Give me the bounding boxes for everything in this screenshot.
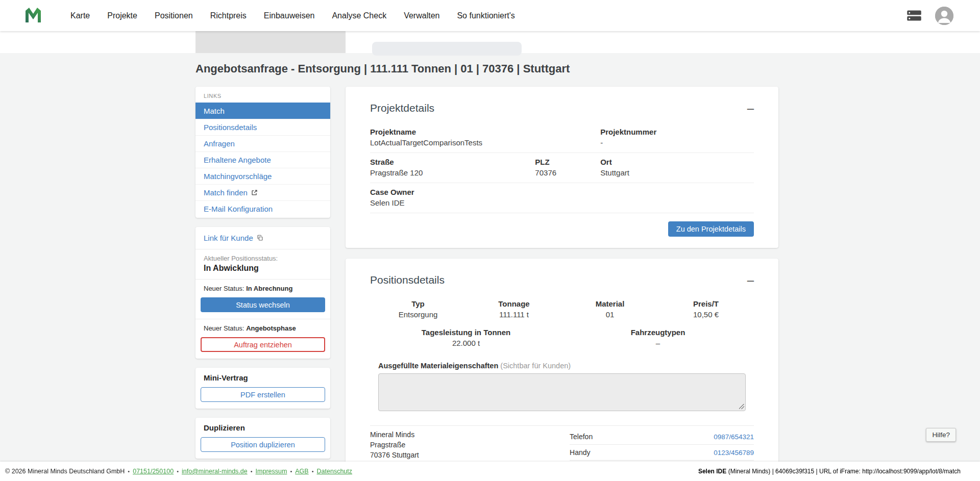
skeleton-block	[195, 31, 346, 53]
nav-positionen[interactable]: Positionen	[155, 11, 193, 20]
contact-address: Mineral Minds Pragstraße 70376 Stuttgart	[370, 431, 419, 461]
sidebar-item-email-konfiguration[interactable]: E-Mail Konfiguration	[195, 200, 330, 217]
sidebar-item-anfragen[interactable]: Anfragen	[195, 135, 330, 151]
project-details-title: Projektdetails	[370, 102, 434, 114]
copy-icon	[257, 235, 263, 241]
nav-einbauweisen[interactable]: Einbauweisen	[264, 11, 315, 20]
ort-label: Ort	[600, 158, 754, 166]
position-details-title: Positionsdetails	[370, 274, 445, 286]
main-content: Projektdetails – Projektname LotActualTa…	[346, 87, 778, 472]
typ-label: Typ	[370, 299, 466, 308]
projektnummer-label: Projektnummer	[600, 128, 754, 136]
preis-value: 10,50 €	[658, 310, 754, 319]
plz-value: 70376	[535, 168, 600, 177]
footer-email-link[interactable]: info@mineral-minds.de	[182, 468, 248, 475]
links-card: LINKS Match Positionsdetails Anfragen Er…	[195, 87, 330, 218]
case-owner-label: Case Owner	[370, 188, 535, 196]
footer-separator: •	[177, 468, 179, 474]
projektnummer-value: -	[600, 138, 754, 147]
links-heading: LINKS	[195, 87, 330, 103]
sidebar-item-match[interactable]: Match	[195, 103, 330, 119]
user-avatar[interactable]	[935, 7, 953, 25]
nav-karte[interactable]: Karte	[70, 11, 90, 20]
nav-analyse-check[interactable]: Analyse Check	[332, 11, 386, 20]
brand-logo[interactable]	[24, 7, 42, 25]
pdf-create-button[interactable]: PDF erstellen	[201, 387, 325, 402]
material-properties-label-text: Ausgefüllte Materialeigenschaften	[378, 362, 498, 370]
next-status-1-value: In Abrechnung	[246, 285, 292, 292]
contact-city: 70376 Stuttgart	[370, 451, 419, 459]
external-link-icon	[251, 189, 258, 196]
server-icon[interactable]	[906, 10, 922, 21]
footer-agb-link[interactable]: AGB	[295, 468, 308, 475]
mineral-minds-logo-icon	[24, 7, 42, 25]
footer-user-name: Selen IDE	[698, 468, 726, 475]
footer: © 2026 Mineral Minds Deutschland GmbH • …	[0, 462, 980, 481]
handy-link[interactable]: 0123/456789	[714, 449, 754, 457]
typ-value: Entsorgung	[370, 310, 466, 319]
next-status-2-value: Angebotsphase	[246, 324, 296, 332]
mini-contract-card: Mini-Vertrag PDF erstellen	[195, 368, 330, 409]
contact-phones: Telefon 0987/654321 Handy 0123/456789	[570, 431, 754, 461]
customer-link[interactable]: Link für Kunde	[195, 227, 330, 249]
next-status-2: Neuer Status: Angebotsphase	[195, 319, 330, 335]
tagesleistung-label: Tagesleistung in Tonnen	[370, 328, 562, 337]
footer-left: © 2026 Mineral Minds Deutschland GmbH • …	[5, 468, 352, 475]
sidebar-item-label: Match finden	[204, 188, 248, 197]
nav-so-funktionierts[interactable]: So funktioniert's	[457, 11, 514, 20]
page-layout: LINKS Match Positionsdetails Anfragen Er…	[195, 87, 778, 481]
sidebar-item-matchingvorschlaege[interactable]: Matchingvorschläge	[195, 168, 330, 184]
status-change-button[interactable]: Status wechseln	[201, 297, 325, 312]
fahrzeugtypen-label: Fahrzeugtypen	[562, 328, 754, 337]
footer-separator: •	[251, 468, 253, 474]
position-capacity-row: Tagesleistung in Tonnen 22.000 t Fahrzeu…	[370, 328, 754, 347]
field-row: Projektname LotActualTargetComparisonTes…	[370, 128, 754, 153]
field-row: Case Owner Selen IDE	[370, 183, 754, 213]
footer-user-info: Selen IDE (Mineral Minds) | 64069c39f315…	[698, 468, 961, 475]
sidebar-item-erhaltene-angebote[interactable]: Erhaltene Angebote	[195, 151, 330, 168]
project-details-card: Projektdetails – Projektname LotActualTa…	[346, 87, 778, 248]
collapse-position-details-button[interactable]: –	[747, 274, 754, 286]
to-project-details-button[interactable]: Zu den Projektdetails	[668, 221, 754, 237]
collapse-project-details-button[interactable]: –	[747, 102, 754, 114]
footer-datenschutz-link[interactable]: Datenschutz	[317, 468, 352, 475]
customer-link-label: Link für Kunde	[204, 234, 253, 242]
footer-impressum-link[interactable]: Impressum	[256, 468, 287, 475]
strasse-value: Pragstraße 120	[370, 168, 535, 177]
duplicate-position-button[interactable]: Position duplizieren	[201, 437, 325, 452]
tagesleistung-value: 22.000 t	[370, 339, 562, 347]
strasse-label: Straße	[370, 158, 535, 166]
telefon-link[interactable]: 0987/654321	[714, 433, 754, 441]
top-strip	[0, 31, 980, 53]
revoke-order-button[interactable]: Auftrag entziehen	[201, 337, 325, 352]
contact-row: Handy 0123/456789	[570, 445, 754, 461]
sidebar-item-positionsdetails[interactable]: Positionsdetails	[195, 119, 330, 135]
top-navigation-bar: Karte Projekte Positionen Richtpreis Ein…	[0, 0, 980, 31]
preis-label: Preis/T	[658, 299, 754, 308]
mini-contract-title: Mini-Vertrag	[195, 373, 330, 382]
material-properties-label: Ausgefüllte Materialeigenschaften (Sicht…	[378, 362, 746, 370]
handy-label: Handy	[570, 448, 590, 457]
current-status-label: Aktueller Positionsstatus:	[204, 255, 322, 262]
material-properties-hint: (Sichtbar für Kunden)	[500, 362, 571, 370]
sidebar: LINKS Match Positionsdetails Anfragen Er…	[195, 87, 330, 481]
material-properties-textarea[interactable]	[378, 373, 746, 411]
material-label: Material	[562, 299, 658, 308]
position-details-card: Positionsdetails – Typ Entsorgung Tonnag…	[346, 259, 778, 472]
nav-verwalten[interactable]: Verwalten	[404, 11, 439, 20]
footer-phone-link[interactable]: 07151/250100	[133, 468, 174, 475]
duplicate-title: Duplizieren	[195, 423, 330, 432]
status-card: Link für Kunde Aktueller Positionsstatus…	[195, 227, 330, 359]
nav-projekte[interactable]: Projekte	[107, 11, 137, 20]
page-title: Angebotsanfrage - Entsorgung | 111.111 T…	[195, 62, 980, 75]
sidebar-item-match-finden[interactable]: Match finden	[195, 184, 330, 200]
footer-separator: •	[128, 468, 130, 474]
nav-richtpreis[interactable]: Richtpreis	[210, 11, 247, 20]
material-value: 01	[562, 310, 658, 319]
current-status-value: In Abwicklung	[204, 264, 322, 273]
duplicate-card: Duplizieren Position duplizieren	[195, 418, 330, 459]
help-button[interactable]: Hilfe?	[926, 428, 956, 442]
case-owner-value: Selen IDE	[370, 198, 535, 207]
footer-separator: •	[312, 468, 314, 474]
next-status-1-label: Neuer Status:	[204, 285, 244, 292]
